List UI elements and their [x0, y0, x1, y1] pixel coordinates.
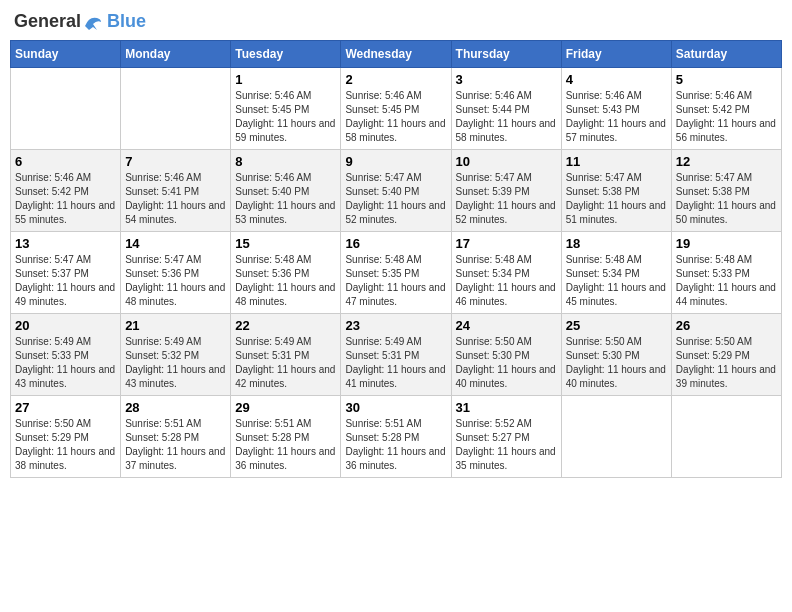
- header-cell-tuesday: Tuesday: [231, 40, 341, 67]
- day-info: Sunrise: 5:46 AM Sunset: 5:43 PM Dayligh…: [566, 89, 667, 145]
- day-number: 8: [235, 154, 336, 169]
- day-cell: 19Sunrise: 5:48 AM Sunset: 5:33 PM Dayli…: [671, 231, 781, 313]
- day-info: Sunrise: 5:52 AM Sunset: 5:27 PM Dayligh…: [456, 417, 557, 473]
- day-number: 9: [345, 154, 446, 169]
- day-number: 2: [345, 72, 446, 87]
- day-number: 22: [235, 318, 336, 333]
- day-info: Sunrise: 5:46 AM Sunset: 5:40 PM Dayligh…: [235, 171, 336, 227]
- day-number: 15: [235, 236, 336, 251]
- day-info: Sunrise: 5:47 AM Sunset: 5:40 PM Dayligh…: [345, 171, 446, 227]
- day-info: Sunrise: 5:50 AM Sunset: 5:29 PM Dayligh…: [676, 335, 777, 391]
- day-info: Sunrise: 5:51 AM Sunset: 5:28 PM Dayligh…: [125, 417, 226, 473]
- day-info: Sunrise: 5:48 AM Sunset: 5:33 PM Dayligh…: [676, 253, 777, 309]
- day-info: Sunrise: 5:46 AM Sunset: 5:41 PM Dayligh…: [125, 171, 226, 227]
- day-number: 24: [456, 318, 557, 333]
- header-cell-friday: Friday: [561, 40, 671, 67]
- day-info: Sunrise: 5:48 AM Sunset: 5:36 PM Dayligh…: [235, 253, 336, 309]
- day-cell: 12Sunrise: 5:47 AM Sunset: 5:38 PM Dayli…: [671, 149, 781, 231]
- week-row-2: 6Sunrise: 5:46 AM Sunset: 5:42 PM Daylig…: [11, 149, 782, 231]
- header-cell-wednesday: Wednesday: [341, 40, 451, 67]
- day-info: Sunrise: 5:50 AM Sunset: 5:30 PM Dayligh…: [456, 335, 557, 391]
- day-cell: 30Sunrise: 5:51 AM Sunset: 5:28 PM Dayli…: [341, 395, 451, 477]
- day-info: Sunrise: 5:47 AM Sunset: 5:38 PM Dayligh…: [676, 171, 777, 227]
- day-cell: 27Sunrise: 5:50 AM Sunset: 5:29 PM Dayli…: [11, 395, 121, 477]
- day-number: 5: [676, 72, 777, 87]
- day-cell: 21Sunrise: 5:49 AM Sunset: 5:32 PM Dayli…: [121, 313, 231, 395]
- logo-bird-icon: [83, 9, 103, 31]
- day-number: 27: [15, 400, 116, 415]
- day-cell: 4Sunrise: 5:46 AM Sunset: 5:43 PM Daylig…: [561, 67, 671, 149]
- day-cell: 3Sunrise: 5:46 AM Sunset: 5:44 PM Daylig…: [451, 67, 561, 149]
- day-cell: 5Sunrise: 5:46 AM Sunset: 5:42 PM Daylig…: [671, 67, 781, 149]
- day-number: 10: [456, 154, 557, 169]
- day-info: Sunrise: 5:46 AM Sunset: 5:45 PM Dayligh…: [345, 89, 446, 145]
- week-row-3: 13Sunrise: 5:47 AM Sunset: 5:37 PM Dayli…: [11, 231, 782, 313]
- logo: GeneralBlue: [14, 10, 146, 32]
- day-cell: 25Sunrise: 5:50 AM Sunset: 5:30 PM Dayli…: [561, 313, 671, 395]
- day-number: 3: [456, 72, 557, 87]
- day-cell: 16Sunrise: 5:48 AM Sunset: 5:35 PM Dayli…: [341, 231, 451, 313]
- day-number: 16: [345, 236, 446, 251]
- day-number: 1: [235, 72, 336, 87]
- day-cell: 17Sunrise: 5:48 AM Sunset: 5:34 PM Dayli…: [451, 231, 561, 313]
- day-info: Sunrise: 5:48 AM Sunset: 5:34 PM Dayligh…: [456, 253, 557, 309]
- day-number: 29: [235, 400, 336, 415]
- day-info: Sunrise: 5:46 AM Sunset: 5:42 PM Dayligh…: [15, 171, 116, 227]
- day-info: Sunrise: 5:50 AM Sunset: 5:29 PM Dayligh…: [15, 417, 116, 473]
- day-info: Sunrise: 5:50 AM Sunset: 5:30 PM Dayligh…: [566, 335, 667, 391]
- day-cell: 26Sunrise: 5:50 AM Sunset: 5:29 PM Dayli…: [671, 313, 781, 395]
- day-info: Sunrise: 5:48 AM Sunset: 5:34 PM Dayligh…: [566, 253, 667, 309]
- day-cell: 2Sunrise: 5:46 AM Sunset: 5:45 PM Daylig…: [341, 67, 451, 149]
- day-cell: 10Sunrise: 5:47 AM Sunset: 5:39 PM Dayli…: [451, 149, 561, 231]
- week-row-1: 1Sunrise: 5:46 AM Sunset: 5:45 PM Daylig…: [11, 67, 782, 149]
- header-row: SundayMondayTuesdayWednesdayThursdayFrid…: [11, 40, 782, 67]
- day-number: 19: [676, 236, 777, 251]
- day-number: 26: [676, 318, 777, 333]
- day-cell: 29Sunrise: 5:51 AM Sunset: 5:28 PM Dayli…: [231, 395, 341, 477]
- day-cell: [11, 67, 121, 149]
- day-info: Sunrise: 5:49 AM Sunset: 5:32 PM Dayligh…: [125, 335, 226, 391]
- day-cell: 20Sunrise: 5:49 AM Sunset: 5:33 PM Dayli…: [11, 313, 121, 395]
- day-cell: 9Sunrise: 5:47 AM Sunset: 5:40 PM Daylig…: [341, 149, 451, 231]
- header-cell-saturday: Saturday: [671, 40, 781, 67]
- day-info: Sunrise: 5:49 AM Sunset: 5:33 PM Dayligh…: [15, 335, 116, 391]
- day-cell: [561, 395, 671, 477]
- day-info: Sunrise: 5:46 AM Sunset: 5:42 PM Dayligh…: [676, 89, 777, 145]
- day-number: 17: [456, 236, 557, 251]
- day-number: 6: [15, 154, 116, 169]
- day-number: 28: [125, 400, 226, 415]
- day-number: 7: [125, 154, 226, 169]
- logo-general: General: [14, 11, 81, 31]
- day-info: Sunrise: 5:47 AM Sunset: 5:37 PM Dayligh…: [15, 253, 116, 309]
- day-cell: 24Sunrise: 5:50 AM Sunset: 5:30 PM Dayli…: [451, 313, 561, 395]
- header-cell-thursday: Thursday: [451, 40, 561, 67]
- day-number: 20: [15, 318, 116, 333]
- day-number: 4: [566, 72, 667, 87]
- day-cell: 11Sunrise: 5:47 AM Sunset: 5:38 PM Dayli…: [561, 149, 671, 231]
- day-info: Sunrise: 5:47 AM Sunset: 5:39 PM Dayligh…: [456, 171, 557, 227]
- day-cell: 8Sunrise: 5:46 AM Sunset: 5:40 PM Daylig…: [231, 149, 341, 231]
- day-info: Sunrise: 5:49 AM Sunset: 5:31 PM Dayligh…: [235, 335, 336, 391]
- day-number: 23: [345, 318, 446, 333]
- day-info: Sunrise: 5:47 AM Sunset: 5:36 PM Dayligh…: [125, 253, 226, 309]
- day-number: 18: [566, 236, 667, 251]
- day-cell: 7Sunrise: 5:46 AM Sunset: 5:41 PM Daylig…: [121, 149, 231, 231]
- day-cell: 28Sunrise: 5:51 AM Sunset: 5:28 PM Dayli…: [121, 395, 231, 477]
- day-cell: 18Sunrise: 5:48 AM Sunset: 5:34 PM Dayli…: [561, 231, 671, 313]
- day-info: Sunrise: 5:51 AM Sunset: 5:28 PM Dayligh…: [345, 417, 446, 473]
- day-number: 31: [456, 400, 557, 415]
- day-cell: 31Sunrise: 5:52 AM Sunset: 5:27 PM Dayli…: [451, 395, 561, 477]
- logo-blue: Blue: [107, 11, 146, 31]
- day-info: Sunrise: 5:47 AM Sunset: 5:38 PM Dayligh…: [566, 171, 667, 227]
- day-cell: [121, 67, 231, 149]
- day-info: Sunrise: 5:48 AM Sunset: 5:35 PM Dayligh…: [345, 253, 446, 309]
- day-cell: [671, 395, 781, 477]
- day-cell: 1Sunrise: 5:46 AM Sunset: 5:45 PM Daylig…: [231, 67, 341, 149]
- week-row-4: 20Sunrise: 5:49 AM Sunset: 5:33 PM Dayli…: [11, 313, 782, 395]
- day-cell: 22Sunrise: 5:49 AM Sunset: 5:31 PM Dayli…: [231, 313, 341, 395]
- day-info: Sunrise: 5:46 AM Sunset: 5:45 PM Dayligh…: [235, 89, 336, 145]
- header-cell-monday: Monday: [121, 40, 231, 67]
- day-number: 30: [345, 400, 446, 415]
- header-cell-sunday: Sunday: [11, 40, 121, 67]
- day-info: Sunrise: 5:51 AM Sunset: 5:28 PM Dayligh…: [235, 417, 336, 473]
